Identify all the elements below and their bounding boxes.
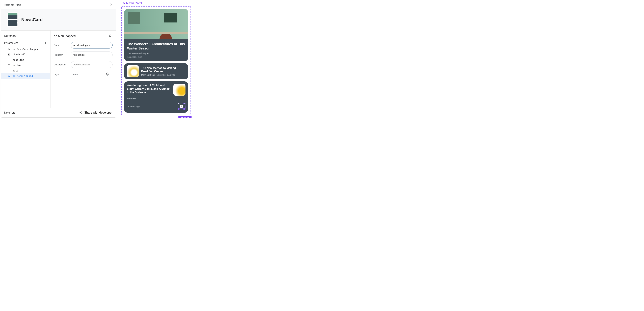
row-date: November 10, 2021	[156, 74, 175, 76]
detail-pane: on Menu tapped Name Property tap-handler	[50, 30, 116, 108]
param-label: author	[12, 64, 21, 66]
svg-point-9	[81, 113, 82, 114]
kebab-icon	[180, 105, 183, 108]
selection-box[interactable]: 4 hours ago	[127, 103, 186, 110]
share-label: Share with developer	[84, 111, 112, 114]
col-date: 4 hours ago	[128, 105, 140, 108]
description-field[interactable]	[74, 63, 110, 66]
param-label: headline	[12, 58, 24, 61]
detail-title: on Menu tapped	[54, 34, 76, 38]
tap-icon	[8, 48, 10, 50]
svg-point-0	[110, 18, 110, 19]
name-input-wrapper[interactable]	[70, 42, 112, 48]
layer-value-row: menu	[70, 71, 112, 78]
param-label: thumbnail	[12, 53, 26, 56]
plugin-brand: Relay for Figma	[3, 4, 21, 6]
plugin-footer: No errors Share with developer	[1, 108, 116, 118]
summary-heading: Summary	[1, 34, 50, 40]
add-parameter-button[interactable]	[43, 40, 48, 46]
row-thumbnail	[127, 65, 139, 77]
hero-image	[124, 9, 188, 39]
frame-name: NewsCard	[126, 1, 142, 5]
svg-point-11	[181, 106, 182, 106]
svg-point-8	[81, 112, 82, 112]
svg-point-10	[181, 106, 182, 106]
close-button[interactable]	[109, 2, 114, 8]
newscard-hero[interactable]: The Wonderful Architectures of This Wint…	[124, 9, 188, 61]
text-icon	[8, 58, 10, 61]
component-icon	[122, 2, 125, 5]
selection-size-badge: 24 × 24	[178, 116, 192, 118]
component-menu-button[interactable]	[108, 17, 112, 22]
svg-point-6	[107, 74, 108, 74]
layer-label: Layer	[54, 73, 68, 76]
col-thumbnail	[174, 84, 186, 96]
col-author: The Bees	[127, 97, 186, 100]
svg-point-7	[80, 112, 80, 113]
error-status: No errors	[4, 111, 16, 114]
hero-author: The Seasonal Sagas	[127, 52, 185, 55]
chevron-down-icon	[107, 54, 110, 56]
param-label: on Menu tapped	[12, 75, 33, 77]
plugin-header: Relay for Figma	[1, 1, 116, 9]
frame-outline[interactable]: The Wonderful Architectures of This Wint…	[122, 6, 191, 116]
name-input[interactable]	[74, 44, 110, 46]
figma-canvas: NewsCard The Wonderful Architectures of …	[122, 1, 191, 116]
param-item-headline[interactable]: headline	[1, 57, 50, 62]
param-item-on-newscard-tapped[interactable]: on NewsCard tapped	[1, 46, 50, 52]
description-label: Description	[54, 63, 68, 66]
component-thumbnail	[7, 12, 18, 27]
relay-plugin-panel: Relay for Figma NewsCard Summary Paramet	[1, 1, 116, 118]
param-item-author[interactable]: author	[1, 62, 50, 68]
component-title: NewsCard	[21, 17, 42, 22]
name-label: Name	[54, 44, 68, 46]
text-icon	[8, 69, 10, 72]
param-item-on-menu-tapped[interactable]: on Menu tapped	[1, 73, 50, 79]
target-layer-button[interactable]	[105, 72, 110, 77]
svg-point-2	[110, 20, 110, 20]
newscard-col[interactable]: Wondering Hour: A Childhood Story, Grizz…	[124, 81, 188, 113]
hero-date: August 25, 2021	[127, 56, 185, 58]
property-label: Property	[54, 54, 68, 56]
col-headline: Wondering Hour: A Childhood Story, Grizz…	[127, 84, 171, 94]
svg-point-1	[110, 19, 110, 20]
text-icon	[8, 64, 10, 66]
row-author: Morning Break	[141, 74, 155, 76]
svg-point-12	[181, 107, 182, 107]
delete-parameter-button[interactable]	[108, 34, 112, 39]
parameters-heading: Parameters	[4, 42, 18, 44]
property-select[interactable]: tap-handler	[70, 52, 112, 58]
param-item-thumbnail[interactable]: thumbnail	[1, 52, 50, 57]
description-input[interactable]	[70, 61, 112, 68]
parameter-list: on NewsCard tappedthumbnailheadlineautho…	[1, 46, 50, 79]
share-button[interactable]: Share with developer	[79, 111, 112, 114]
component-header: NewsCard	[1, 9, 116, 30]
newscard-row[interactable]: The New Method to Making Breakfast Crepe…	[124, 63, 188, 79]
tap-icon	[8, 75, 10, 77]
hero-headline: The Wonderful Architectures of This Wint…	[127, 42, 185, 50]
image-icon	[8, 53, 10, 56]
plugin-brand-label: Relay for Figma	[4, 4, 21, 6]
param-label: date	[12, 69, 18, 72]
svg-rect-3	[8, 54, 10, 55]
frame-label[interactable]: NewsCard	[122, 1, 191, 5]
param-item-date[interactable]: date	[1, 68, 50, 73]
param-label: on NewsCard tapped	[12, 48, 38, 50]
property-value: tap-handler	[74, 54, 85, 56]
selected-menu-icon[interactable]	[179, 104, 184, 109]
sidebar: Summary Parameters on NewsCard tappedthu…	[1, 30, 50, 108]
row-headline: The New Method to Making Breakfast Crepe…	[141, 66, 186, 73]
layer-value: menu	[73, 73, 79, 76]
